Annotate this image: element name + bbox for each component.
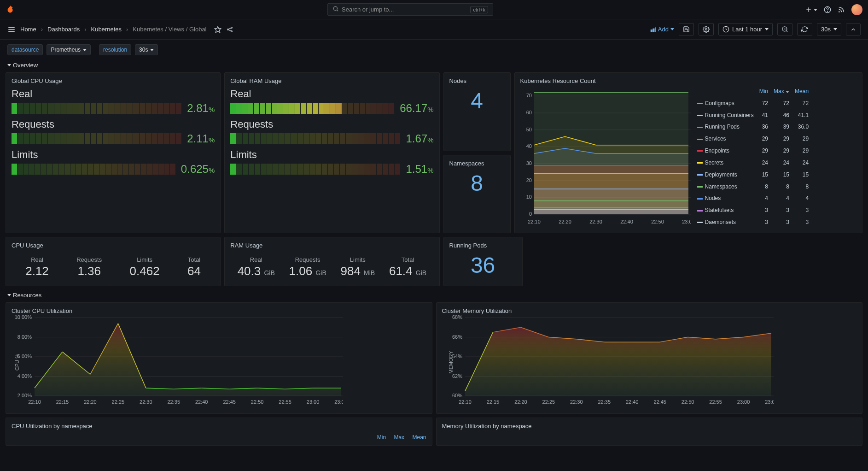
refresh-icon[interactable] [797,23,812,35]
svg-text:22:20: 22:20 [559,219,571,224]
svg-text:22:10: 22:10 [459,399,472,405]
stat-label: Real [25,256,49,263]
gauge-bar [230,164,400,175]
share-icon[interactable] [226,26,233,33]
gauge-label: Requests [12,118,215,130]
svg-line-22 [786,31,788,32]
svg-text:23:00: 23:00 [682,219,691,224]
panel-mem-by-namespace[interactable]: Memory Utilization by namespace [436,418,863,446]
search-placeholder: Search or jump to... [342,6,394,13]
zoom-out-icon[interactable] [777,23,792,35]
panel-title: Memory Utilization by namespace [442,423,857,430]
panel-global-ram-usage[interactable]: Global RAM Usage Real66.17%Requests1.67%… [224,72,439,233]
legend-row[interactable]: Running Pods363936.0 [694,121,811,133]
var-resolution-select[interactable]: 30s [135,44,158,55]
settings-icon[interactable] [699,23,714,35]
stat-label: Limits [130,256,160,263]
breadcrumb-home[interactable]: Home [20,26,36,33]
svg-text:22:30: 22:30 [140,399,152,405]
gauge-bar [230,103,394,114]
svg-text:40: 40 [526,143,531,149]
svg-text:22:15: 22:15 [486,399,499,405]
svg-text:70: 70 [526,93,531,98]
svg-text:4.00%: 4.00% [17,373,32,379]
add-button-label: Add [658,26,669,33]
gauge-bar [12,164,175,175]
star-icon[interactable] [214,26,221,33]
panel-running-pods[interactable]: Running Pods 36 [443,237,523,286]
panel-title: RAM Usage [230,242,433,249]
svg-text:22:10: 22:10 [28,399,41,405]
menu-icon[interactable] [7,25,16,34]
add-button[interactable]: Add [650,26,674,33]
svg-text:0: 0 [529,211,531,217]
gauge-label: Limits [12,149,215,161]
var-datasource-select[interactable]: Prometheus [47,44,91,55]
time-range-label: Last 1 hour [732,26,762,33]
gauge-value: 2.81% [187,102,215,115]
save-icon[interactable] [679,23,694,35]
svg-text:66%: 66% [452,334,462,340]
svg-text:22:10: 22:10 [528,219,541,224]
panel-resource-count[interactable]: Kubernetes Resource Count 01020304050607… [514,72,862,233]
svg-text:22:40: 22:40 [625,399,638,405]
panel-cpu-by-namespace[interactable]: CPU Utilization by namespace Min Max Mea… [6,418,432,446]
breadcrumb-kubernetes[interactable]: Kubernetes [91,26,122,33]
gauge-bar [12,103,181,114]
topbar: Search or jump to... ctrl+k [0,0,868,19]
legend-row[interactable]: Nodes444 [694,192,811,204]
stat-label: Limits [340,256,375,263]
panel-nodes[interactable]: Nodes 4 [443,72,511,151]
breadcrumb-dashboards[interactable]: Dashboards [47,26,80,33]
panel-namespaces[interactable]: Namespaces 8 [443,155,511,234]
user-avatar[interactable] [851,4,862,15]
section-resources-header[interactable]: Resources [6,290,862,302]
svg-text:10.00%: 10.00% [15,315,32,320]
svg-text:20: 20 [526,177,531,183]
refresh-interval-button[interactable]: 30s [817,23,841,35]
panel-cluster-cpu[interactable]: Cluster CPU Utilization CPU % 2.00%4.00%… [6,302,432,414]
section-overview-header[interactable]: Overview [6,60,862,72]
panel-ram-usage[interactable]: RAM Usage Real40.3 GiB Requests1.06 GiB … [224,237,439,286]
section-overview-label: Overview [13,62,38,69]
legend-row[interactable]: Namespaces888 [694,181,811,193]
svg-rect-16 [651,29,652,32]
panel-cluster-mem[interactable]: Cluster Memory Utilization MEMORY 60%62%… [436,302,863,414]
search-kbd: ctrl+k [470,6,488,13]
panel-title: CPU Utilization by namespace [12,423,426,430]
help-icon[interactable] [824,6,831,13]
panel-cpu-usage[interactable]: CPU Usage Real2.12 Requests1.36 Limits0.… [6,237,221,286]
svg-text:22:50: 22:50 [681,399,694,405]
gauge-bar [230,133,400,144]
svg-text:22:35: 22:35 [168,399,181,405]
nodes-value: 4 [449,88,505,113]
legend-row[interactable]: Deployments151515 [694,169,811,181]
gauge-label: Real [12,88,215,100]
plus-icon[interactable] [805,6,817,13]
legend-row[interactable]: Statefulsets333 [694,204,811,216]
panel-global-cpu-usage[interactable]: Global CPU Usage Real2.81%Requests2.11%L… [6,72,221,233]
legend-row[interactable]: Daemonsets333 [694,216,811,228]
collapse-icon[interactable] [846,24,861,35]
legend-row[interactable]: Services292929 [694,133,811,145]
rss-icon[interactable] [838,6,845,13]
global-search[interactable]: Search or jump to... ctrl+k [327,3,493,16]
refresh-interval-label: 30s [821,26,831,33]
time-range-button[interactable]: Last 1 hour [718,23,773,35]
legend-row[interactable]: Endpoints292929 [694,145,811,157]
y-axis-label: MEMORY [448,351,453,373]
stat-label: Requests [289,256,326,263]
legend-row[interactable]: Configmaps727272 [694,97,811,109]
svg-text:22:25: 22:25 [112,399,125,405]
svg-text:22:45: 22:45 [223,399,236,405]
legend-header-mean: Mean [412,434,426,441]
legend-row[interactable]: Secrets242424 [694,157,811,169]
gauge-label: Limits [230,149,433,161]
var-resolution-value: 30s [139,47,148,53]
panel-title: Namespaces [449,160,505,167]
stat-value: 40.3 GiB [238,264,275,278]
breadcrumb-current: Kubernetes / Views / Global [133,26,206,33]
svg-text:68%: 68% [452,315,462,320]
namespaces-value: 8 [449,171,505,196]
legend-row[interactable]: Running Containers414641.1 [694,109,811,121]
